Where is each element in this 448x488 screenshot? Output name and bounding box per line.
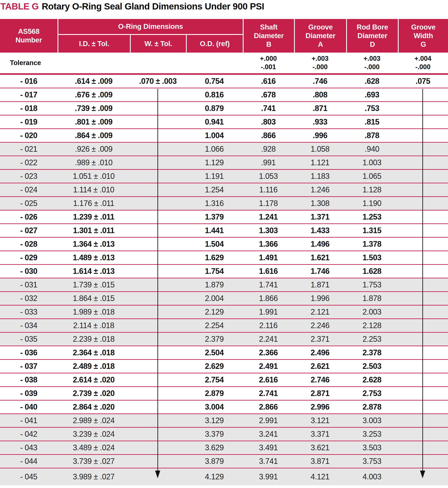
rod-bore-diameter-cell: 3.253: [346, 430, 398, 439]
table-header: AS568 Number O-Ring Dimensions I.D. ± To…: [0, 19, 448, 53]
id-tol-cell: 2.489 ± .018: [57, 362, 130, 371]
groove-diameter-cell: 1.246: [294, 185, 346, 194]
rod-bore-diameter-cell: 1.878: [346, 294, 398, 303]
table-row: - 020 .864 ± .009 1.004 .866 .996 .878: [0, 129, 448, 143]
shaft-diameter-cell: .803: [243, 117, 294, 126]
od-ref-cell: 1.629: [186, 253, 243, 262]
as568-number-cell: - 024: [0, 185, 57, 194]
as568-number-cell: - 034: [0, 321, 57, 330]
as568-number-cell: - 025: [0, 199, 57, 208]
rod-bore-diameter-cell: .878: [346, 131, 398, 140]
groove-diameter-cell: 1.871: [294, 280, 346, 289]
as568-number-cell: - 016: [0, 77, 57, 86]
id-tol-cell: .801 ± .009: [57, 117, 130, 126]
table-row: - 043 3.489 ± .024 3.629 3.491 3.621 3.5…: [0, 441, 448, 455]
rod-bore-diameter-cell: 1.503: [346, 253, 398, 262]
groove-diameter-cell: 2.496: [294, 348, 346, 357]
od-ref-cell: 2.504: [186, 348, 243, 357]
id-tol-cell: 1.301 ± .011: [57, 226, 130, 235]
shaft-diameter-cell: 2.616: [243, 375, 294, 384]
tolerance-shaft-b: +.000 -.001: [243, 55, 294, 71]
as568-number-cell: - 040: [0, 402, 57, 412]
shaft-diameter-cell: 1.116: [243, 185, 294, 194]
groove-diameter-cell: 1.433: [294, 226, 346, 235]
od-ref-cell: 2.879: [186, 389, 243, 398]
table-row: - 031 1.739 ± .015 1.879 1.741 1.871 1.7…: [0, 278, 448, 292]
rod-bore-diameter-cell: .940: [346, 145, 398, 154]
tolerance-groove-a: +.003 -.000: [294, 55, 346, 71]
groove-diameter-cell: 2.121: [294, 308, 346, 317]
table-row: - 025 1.176 ± .011 1.316 1.178 1.308 1.1…: [0, 197, 448, 211]
tolerance-label: Tolerance: [0, 59, 57, 67]
tolerance-row: Tolerance +.000 -.001 +.003 -.000 +.003 …: [0, 53, 448, 75]
as568-number-cell: - 038: [0, 375, 57, 384]
table-row: - 029 1.489 ± .013 1.629 1.491 1.621 1.5…: [0, 251, 448, 265]
shaft-diameter-cell: 1.741: [243, 280, 294, 289]
od-ref-cell: 1.254: [186, 185, 243, 194]
shaft-diameter-cell: 3.741: [243, 457, 294, 466]
od-ref-cell: 0.941: [186, 117, 243, 126]
rod-bore-diameter-cell: 2.753: [346, 389, 398, 398]
rod-bore-diameter-cell: 2.253: [346, 335, 398, 344]
as568-number-cell: - 026: [0, 212, 57, 221]
w-tol-cell: .070 ± .003: [130, 77, 186, 86]
groove-diameter-cell: 3.121: [294, 416, 346, 425]
groove-diameter-cell: .996: [294, 131, 346, 140]
groove-diameter-cell: 3.621: [294, 443, 346, 452]
as568-number-cell: - 029: [0, 253, 57, 262]
id-tol-cell: .926 ± .009: [57, 145, 130, 154]
od-ref-cell: 3.629: [186, 443, 243, 452]
id-tol-cell: 2.239 ± .018: [57, 335, 130, 344]
id-tol-cell: .864 ± .009: [57, 131, 130, 140]
groove-diameter-cell: .871: [294, 104, 346, 113]
id-tol-cell: 2.364 ± .018: [57, 348, 130, 357]
id-tol-cell: 1.614 ± .013: [57, 267, 130, 276]
ditto-line-groove-width: [422, 89, 423, 472]
rod-bore-diameter-cell: 1.628: [346, 267, 398, 276]
groove-diameter-cell: 1.371: [294, 212, 346, 221]
rod-bore-diameter-cell: 1.128: [346, 185, 398, 194]
groove-diameter-cell: 2.371: [294, 335, 346, 344]
id-tol-cell: 1.239 ± .011: [57, 212, 130, 221]
id-tol-cell: 2.114 ± .018: [57, 321, 130, 330]
table-row: - 019 .801 ± .009 0.941 .803 .933 .815: [0, 115, 448, 129]
header-as568-number: AS568 Number: [0, 19, 57, 53]
rod-bore-diameter-cell: 2.128: [346, 321, 398, 330]
rod-bore-diameter-cell: 2.378: [346, 348, 398, 357]
shaft-diameter-cell: 1.178: [243, 199, 294, 208]
rod-bore-diameter-cell: 3.003: [346, 416, 398, 425]
shaft-diameter-cell: 3.241: [243, 430, 294, 439]
od-ref-cell: 1.191: [186, 172, 243, 181]
groove-diameter-cell: 1.058: [294, 145, 346, 154]
rod-bore-diameter-cell: .693: [346, 90, 398, 99]
id-tol-cell: .989 ± .010: [57, 158, 130, 167]
shaft-diameter-cell: 3.491: [243, 443, 294, 452]
table-row: - 040 2.864 ± .020 3.004 2.866 2.996 2.8…: [0, 400, 448, 414]
od-ref-cell: 2.254: [186, 321, 243, 330]
rod-bore-diameter-cell: 4.003: [346, 472, 398, 481]
as568-number-cell: - 021: [0, 145, 57, 154]
id-tol-cell: 2.739 ± .020: [57, 389, 130, 398]
as568-number-cell: - 039: [0, 389, 57, 398]
groove-diameter-cell: .808: [294, 90, 346, 99]
table-row: - 035 2.239 ± .018 2.379 2.241 2.371 2.2…: [0, 333, 448, 346]
rod-bore-diameter-cell: .753: [346, 104, 398, 113]
od-ref-cell: 1.441: [186, 226, 243, 235]
od-ref-cell: 3.879: [186, 457, 243, 466]
tolerance-groove-width-g: +.004 -.000: [398, 55, 448, 71]
groove-diameter-cell: 2.621: [294, 362, 346, 371]
shaft-diameter-cell: 2.866: [243, 402, 294, 412]
groove-diameter-cell: .746: [294, 77, 346, 86]
table-body: - 016 .614 ± .009 .070 ± .003 0.754 .616…: [0, 75, 448, 485]
od-ref-cell: 1.504: [186, 240, 243, 249]
rod-bore-diameter-cell: 3.503: [346, 443, 398, 452]
table-row: - 026 1.239 ± .011 1.379 1.241 1.371 1.2…: [0, 211, 448, 224]
id-tol-cell: 3.489 ± .024: [57, 443, 130, 452]
header-shaft-diameter-b: Shaft Diameter B: [243, 19, 294, 53]
groove-diameter-cell: 3.871: [294, 457, 346, 466]
id-tol-cell: 1.114 ± .010: [57, 185, 130, 194]
od-ref-cell: 1.066: [186, 145, 243, 154]
table-row: - 024 1.114 ± .010 1.254 1.116 1.246 1.1…: [0, 183, 448, 197]
od-ref-cell: 2.629: [186, 362, 243, 371]
od-ref-cell: 0.879: [186, 104, 243, 113]
